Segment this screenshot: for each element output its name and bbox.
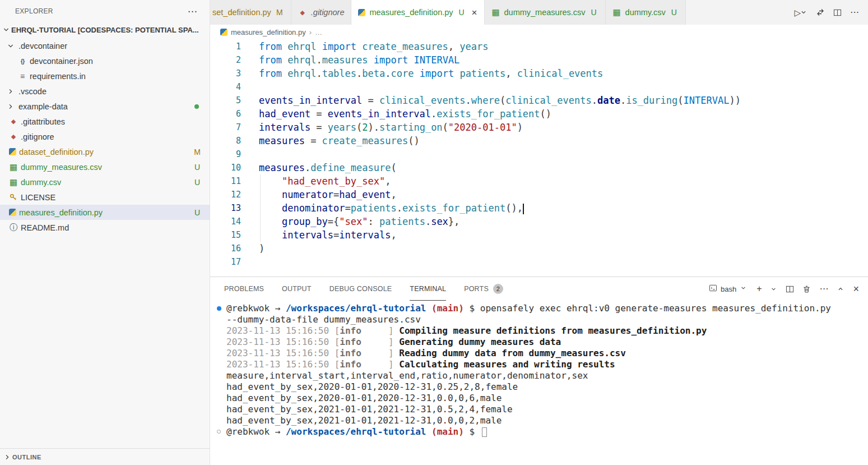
editor-actions: ▷ ⋯ [785,0,868,25]
file-name: requirements.in [30,72,86,81]
maximize-panel-icon[interactable] [837,285,844,293]
tree-item-.gitattributes[interactable]: ◆.gitattributes [0,114,210,129]
code-line-16[interactable]: 16) [210,242,868,255]
line-number: 12 [210,188,241,201]
tree-item-dummy_measures.csv[interactable]: ▦dummy_measures.csvU [0,159,210,174]
code-editor[interactable]: 1from ehrql import create_measures, year… [210,40,868,277]
code-line-1[interactable]: 1from ehrql import create_measures, year… [210,40,868,53]
tree-item-dummy.csv[interactable]: ▦dummy.csvU [0,174,210,190]
outline-section-header[interactable]: OUTLINE [0,448,210,465]
panel-tabs: PROBLEMSOUTPUTDEBUG CONSOLETERMINALPORTS… [224,277,503,301]
bottom-panel: PROBLEMSOUTPUTDEBUG CONSOLETERMINALPORTS… [210,277,868,465]
csv-file-icon: ▦ [612,7,621,17]
file-name: LICENSE [21,193,55,202]
explorer-more-actions-icon[interactable]: ⋯ [188,7,197,16]
command-prompt-decoration[interactable] [217,430,221,434]
tab-label: .gitignore [311,8,345,17]
open-changes-icon[interactable] [816,8,825,17]
editor-group: set_definition.pyM◆.gitignoremeasures_de… [210,0,868,465]
tree-item-measures_definition.py[interactable]: measures_definition.pyU [0,205,210,220]
code-line-3[interactable]: 3from ehrql.tables.beta.core import pati… [210,67,868,80]
code-line-5[interactable]: 5events_in_interval = clinical_events.wh… [210,94,868,107]
code-line-4[interactable]: 4 [210,80,868,94]
terminal-shell-selector[interactable]: bash [709,284,747,294]
split-editor-button[interactable] [833,8,842,17]
code-line-15[interactable]: 15 intervals=intervals, [210,228,868,242]
chevron-right-icon [2,453,12,462]
terminal-line-1: @rebkwok → /workspaces/ehrql-tutorial (m… [217,303,868,314]
close-tab-icon[interactable]: × [472,8,477,17]
modified-dot-badge [194,104,199,109]
tab-dummy.csv[interactable]: ▦dummy.csvU [606,0,686,25]
tree-item-.devcontainer[interactable]: .devcontainer [0,38,210,53]
tab-label: set_definition.py [212,8,271,17]
code-line-11[interactable]: 11 "had_event_by_sex", [210,174,868,188]
tab-set_definition.py[interactable]: set_definition.pyM [210,0,291,25]
line-number: 3 [210,67,241,80]
panel-tab-problems[interactable]: PROBLEMS [224,277,264,301]
terminal-line-4: 2023-11-13 15:16:50 [info ] Generating d… [217,337,868,348]
panel-tab-output[interactable]: OUTPUT [282,277,312,301]
git-status-badge: U [457,8,466,17]
tree-item-README.md[interactable]: ⓘREADME.md [0,220,210,235]
breadcrumb-separator-icon: › [309,28,312,36]
code-line-8[interactable]: 8measures = create_measures() [210,134,868,148]
close-panel-icon[interactable]: × [853,284,859,294]
panel-header: PROBLEMSOUTPUTDEBUG CONSOLETERMINALPORTS… [210,277,868,301]
chevron-right-icon [6,87,16,96]
git-status-badge: U [193,178,202,187]
breadcrumb-file[interactable]: measures_definition.py [231,28,306,36]
code-line-14[interactable]: 14 group_by={"sex": patients.sex}, [210,215,868,228]
split-terminal-button[interactable] [786,285,794,293]
panel-tab-debug-console[interactable]: DEBUG CONSOLE [329,277,392,301]
workspace-header[interactable]: EHRQL-TUTORIAL [CODESPACES: POTENTIAL SP… [0,22,210,37]
panel-tab-ports[interactable]: PORTS2 [464,277,503,301]
tree-item-requirements.in[interactable]: ≡requirements.in [0,68,210,84]
python-file-icon [9,209,16,216]
new-terminal-button[interactable]: + [756,284,762,293]
code-line-2[interactable]: 2from ehrql.measures import INTERVAL [210,53,868,67]
panel-tab-label: PORTS [464,285,489,293]
tree-item-LICENSE[interactable]: LICENSE [0,190,210,205]
bash-terminal-icon [709,284,717,294]
kill-terminal-button[interactable] [802,285,811,293]
terminal-line-12: @rebkwok → /workspaces/ehrql-tutorial (m… [217,426,868,438]
file-name: .gitignore [21,132,54,141]
code-line-9[interactable]: 9 [210,148,868,161]
run-button[interactable]: ▷ [794,8,807,17]
tree-item-dataset_definition.py[interactable]: dataset_definition.pyM [0,144,210,159]
explorer-title: EXPLORER [15,7,53,15]
python-file-icon [9,148,16,155]
tree-item-.gitignore[interactable]: ◆.gitignore [0,129,210,144]
command-executed-decoration[interactable] [217,306,221,311]
terminal[interactable]: @rebkwok → /workspaces/ehrql-tutorial (m… [210,301,868,465]
line-number: 13 [210,201,241,215]
tab-measures_definition.py[interactable]: measures_definition.pyU× [351,0,484,25]
code-line-10[interactable]: 10measures.define_measure( [210,161,868,174]
tab-.gitignore[interactable]: ◆.gitignore [291,0,352,25]
file-name: dataset_definition.py [19,148,94,156]
tree-item-example-data[interactable]: example-data [0,99,210,114]
code-line-7[interactable]: 7intervals = years(2).starting_on("2020-… [210,121,868,134]
tab-dummy_measures.csv[interactable]: ▦dummy_measures.csvU [485,0,606,25]
breadcrumb-more[interactable]: … [315,28,322,36]
text-cursor [523,204,524,214]
csv-file-icon: ▦ [9,177,18,187]
code-line-13[interactable]: 13 denominator=patients.exists_for_patie… [210,201,868,215]
editor-more-actions-icon[interactable]: ⋯ [850,8,859,17]
line-number: 4 [210,80,241,94]
code-line-17[interactable]: 17 [210,255,868,269]
json-file-icon: {} [18,58,27,65]
breadcrumb[interactable]: measures_definition.py › … [210,25,868,40]
panel-tab-terminal[interactable]: TERMINAL [410,277,446,301]
code-line-12[interactable]: 12 numerator=had_event, [210,188,868,201]
tree-item-devcontainer.json[interactable]: {}devcontainer.json [0,53,210,68]
terminal-launch-dropdown-icon[interactable] [770,286,777,293]
git-status-badge: U [670,8,679,17]
line-number: 8 [210,134,241,148]
tree-item-.vscode[interactable]: .vscode [0,84,210,99]
git-status-badge: U [193,208,202,217]
code-line-6[interactable]: 6had_event = events_in_interval.exists_f… [210,107,868,121]
tab-label: measures_definition.py [369,8,453,17]
panel-more-actions-icon[interactable]: ⋯ [819,284,828,293]
